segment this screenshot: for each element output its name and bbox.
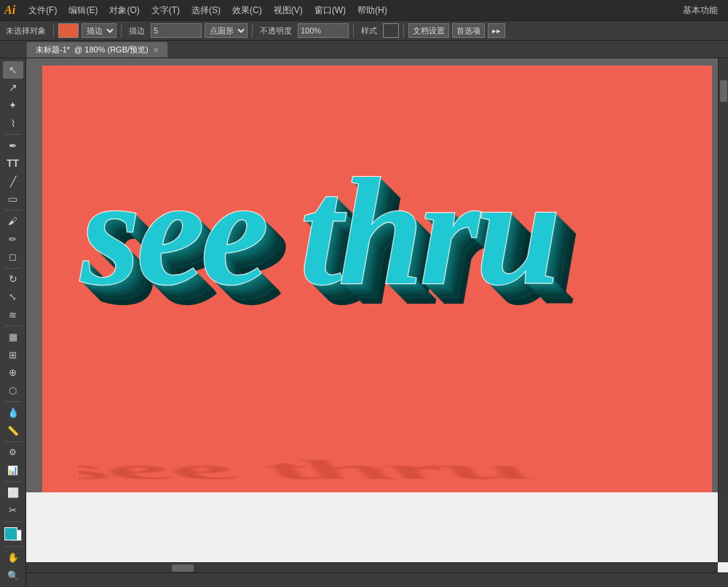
menu-edit[interactable]: 编辑(E): [63, 3, 103, 18]
menu-window[interactable]: 窗口(W): [309, 3, 352, 18]
color-boxes: [3, 526, 23, 543]
menu-help[interactable]: 帮助(H): [352, 3, 393, 18]
tool-sep-8: [4, 521, 22, 522]
text-face-layer: see thru: [81, 144, 557, 320]
magic-wand-tool[interactable]: ✦: [3, 97, 23, 114]
tool-sep-5: [4, 401, 22, 402]
pen-tool[interactable]: ✒: [3, 137, 23, 154]
slice-tool[interactable]: ✂: [3, 502, 23, 519]
opacity-label: 不透明度: [257, 25, 295, 36]
toolbar-sep-4: [353, 23, 354, 38]
toolbar-sep-5: [403, 23, 404, 38]
menu-view[interactable]: 视图(V): [268, 3, 309, 18]
more-options-button[interactable]: ▸▸: [488, 23, 505, 38]
status-bar: [26, 572, 728, 587]
rotate-tool[interactable]: ↻: [3, 270, 23, 288]
horizontal-scrollbar[interactable]: [26, 562, 718, 572]
preferences-button[interactable]: 首选项: [452, 23, 485, 38]
tool-sep-4: [4, 326, 22, 326]
toolbar: 未选择对象 描边 描边 5 点圆形 不透明度 100% 样式 文档设置 首选项 …: [0, 20, 728, 41]
opacity-input[interactable]: 100%: [298, 23, 349, 38]
text-tool[interactable]: T: [3, 155, 23, 173]
lasso-tool[interactable]: ⌇: [3, 115, 23, 133]
menu-bar: Ai 文件(F) 编辑(E) 对象(O) 文字(T) 选择(S) 效果(C) 视…: [0, 0, 728, 20]
style-label: 样式: [358, 25, 380, 36]
canvas-area: see thru see thru see thru: [26, 58, 728, 587]
eraser-tool[interactable]: ◻: [3, 248, 23, 266]
toolbar-sep-2: [121, 23, 122, 38]
workspace-label: 基本功能: [683, 4, 724, 17]
graph-tool[interactable]: 📊: [3, 462, 23, 479]
tab-close-button[interactable]: ✕: [153, 46, 159, 54]
menu-file[interactable]: 文件(F): [23, 3, 63, 18]
brush-shape-select[interactable]: 点圆形: [205, 23, 248, 38]
h-scroll-thumb[interactable]: [172, 564, 194, 572]
menu-effect[interactable]: 效果(C): [226, 3, 268, 18]
warp-tool[interactable]: ≋: [3, 306, 23, 323]
foreground-color-box[interactable]: [4, 527, 17, 540]
scale-tool[interactable]: ⤡: [3, 288, 23, 306]
pencil-tool[interactable]: ✏: [3, 230, 23, 248]
toolbar-sep-1: [53, 23, 54, 38]
tool-sep-1: [4, 134, 22, 135]
vertical-scrollbar[interactable]: [718, 58, 728, 562]
tool-sep-9: [4, 546, 22, 547]
mesh-tool[interactable]: ⊞: [3, 346, 23, 363]
direct-selection-tool[interactable]: [3, 79, 23, 97]
menu-select[interactable]: 选择(S): [186, 3, 226, 18]
artboard: see thru see thru see thru: [42, 66, 712, 546]
menu-object[interactable]: 对象(O): [103, 3, 145, 18]
v-scroll-thumb[interactable]: [720, 80, 727, 102]
tab-label: 未标题-1*: [36, 44, 70, 55]
tab-info: @ 180% (RGB/预览): [74, 44, 149, 55]
tool-sep-3: [4, 268, 22, 269]
symbol-tool[interactable]: ⚙: [3, 444, 23, 462]
zoom-tool[interactable]: 🔍: [3, 567, 23, 584]
tool-sep-2: [4, 210, 22, 210]
main-area: ✦ ⌇ ✒ T ╱ ▭ 🖌 ✏ ◻ ↻ ⤡: [0, 58, 728, 587]
hand-tool[interactable]: ✋: [3, 549, 23, 567]
toolbar-stroke-select[interactable]: 描边: [82, 23, 116, 38]
tool-sep-6: [4, 441, 22, 442]
toolbar-sep-3: [252, 23, 253, 38]
selection-label: 未选择对象: [3, 25, 49, 36]
tool-sep-7: [4, 481, 22, 482]
artboard-tool[interactable]: ⬜: [3, 484, 23, 502]
toolbar-color-fill[interactable]: [58, 23, 79, 38]
left-toolbar: ✦ ⌇ ✒ T ╱ ▭ 🖌 ✏ ◻ ↻ ⤡: [0, 58, 26, 587]
app-logo: Ai: [4, 4, 15, 17]
brush-size-label: 描边: [126, 25, 148, 36]
gradient-tool[interactable]: ▦: [3, 328, 23, 346]
shape-builder-tool[interactable]: ⊕: [3, 364, 23, 382]
eyedropper-tool[interactable]: 💧: [3, 404, 23, 422]
shadow-text: see thru: [79, 454, 550, 485]
paintbrush-tool[interactable]: 🖌: [3, 213, 23, 230]
doc-settings-button[interactable]: 文档设置: [408, 23, 449, 38]
text-extrusion-layer: see thru: [81, 144, 557, 320]
measure-tool[interactable]: 📏: [3, 422, 23, 439]
blend-tool[interactable]: ⬡: [3, 382, 23, 399]
document-tab[interactable]: 未标题-1* @ 180% (RGB/预览) ✕: [26, 42, 168, 58]
text-shadow-area: see thru: [79, 401, 676, 488]
tab-bar: 未标题-1* @ 180% (RGB/预览) ✕: [0, 41, 728, 58]
selection-tool[interactable]: [3, 61, 23, 79]
brush-size-input[interactable]: 5: [151, 23, 202, 38]
line-tool[interactable]: ╱: [3, 173, 23, 190]
style-swatch[interactable]: [383, 23, 399, 38]
rect-tool[interactable]: ▭: [3, 191, 23, 208]
menu-text[interactable]: 文字(T): [146, 3, 186, 18]
